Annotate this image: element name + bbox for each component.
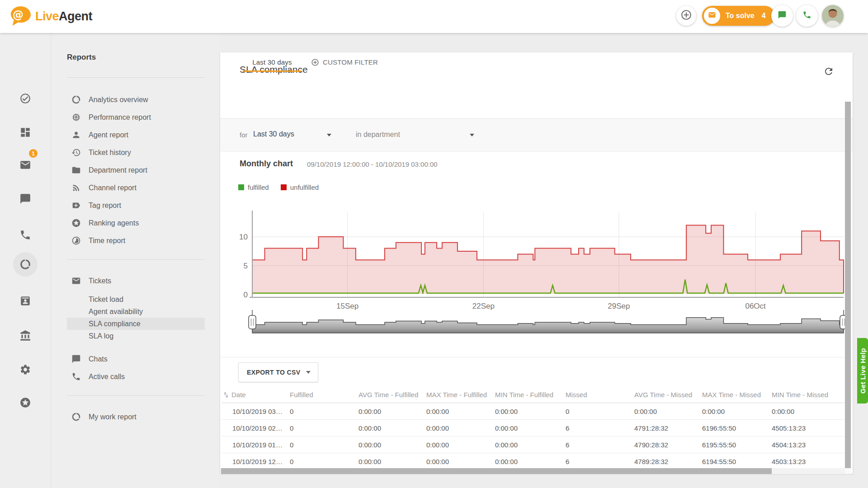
svg-text:15Sep: 15Sep [336, 302, 359, 310]
sidebar-item-sla-compliance[interactable]: SLA compliance [67, 318, 205, 330]
vertical-scrollbar-thumb[interactable] [845, 102, 851, 474]
chevron-down-icon[interactable] [470, 134, 474, 136]
table-header-cell[interactable]: Fulfilled [290, 391, 359, 399]
sidebar-item-time-report[interactable]: Time report [67, 232, 205, 249]
rail-item-phone[interactable] [19, 229, 31, 241]
sidebar-item-ticket-load[interactable]: Ticket load [67, 293, 205, 305]
phone-icon [19, 229, 31, 241]
table-cell: 0:00:00 [772, 408, 845, 415]
table-cell: 4505:13:23 [772, 424, 845, 432]
sidebar-item-label: My work report [89, 413, 137, 421]
active-tab-underline [243, 70, 302, 72]
divider [220, 357, 853, 357]
sla-compliance-panel: SLA compliance Last 30 days CUSTOM FILTE… [220, 52, 853, 474]
chart-title: Monthly chart [240, 159, 293, 169]
to-solve-button[interactable]: To solve 4 [702, 6, 775, 26]
dashboard-icon [19, 127, 31, 138]
refresh-button[interactable] [823, 66, 836, 79]
sidebar-item-department-report[interactable]: Department report [67, 161, 205, 179]
table-header-cell[interactable]: MIN Time - Fulfilled [495, 391, 566, 399]
table-row[interactable]: 10/10/2019 02…00:00:000:00:000:00:006479… [222, 420, 845, 436]
table-row[interactable]: 10/10/2019 12…00:00:000:00:000:00:006478… [222, 453, 845, 470]
sidebar-item-tag-report[interactable]: Tag report [67, 197, 205, 214]
rail-item-check-circle[interactable] [19, 93, 31, 104]
table-cell: 0:00:00 [495, 441, 566, 449]
calls-status-button[interactable] [796, 5, 818, 27]
sidebar-item-label: Agent availability [89, 308, 143, 316]
table-cell: 6194:55:50 [702, 458, 772, 465]
sidebar-item-channel-report[interactable]: Channel report [67, 179, 205, 197]
plus-circle-icon [311, 58, 319, 66]
date-range-select[interactable]: Last 30 days [253, 130, 294, 138]
table-header-cell[interactable]: MIN Time - Missed [772, 391, 845, 399]
svg-text:22Sep: 22Sep [472, 302, 495, 310]
sidebar-item-analytics-overview[interactable]: Analytics overview [67, 91, 205, 108]
gear-icon [19, 364, 31, 375]
user-avatar[interactable] [822, 5, 844, 27]
table-cell: 0:00:00 [359, 424, 426, 432]
unread-badge: 1 [28, 148, 38, 159]
rail-item-gear[interactable] [19, 364, 31, 375]
export-label: EXPORT TO CSV [247, 369, 301, 376]
sidebar-item-label: Chats [89, 355, 108, 363]
donut-icon [19, 258, 31, 270]
table-header-cell[interactable]: AVG Time - Missed [634, 391, 702, 399]
add-button[interactable] [676, 6, 696, 26]
horizontal-scrollbar-thumb[interactable] [221, 468, 772, 474]
minimap-handle-left[interactable] [249, 310, 256, 329]
rail-item-dashboard[interactable] [19, 127, 31, 138]
donut-icon [71, 412, 82, 422]
sla-chart[interactable]: 051015Sep22Sep29Sep06Oct [229, 202, 847, 337]
table-header-cell[interactable]: AVG Time - Fulfilled [359, 391, 426, 399]
rail-item-chat[interactable] [19, 193, 31, 205]
table-cell: 0:00:00 [359, 441, 426, 449]
table-header-cell[interactable]: MAX Time - Missed [702, 391, 772, 399]
legend-label: fulfilled [248, 183, 269, 191]
history-icon [71, 147, 82, 158]
sidebar-item-ticket-history[interactable]: Ticket history [67, 144, 205, 161]
sidebar-item-performance-report[interactable]: Performance report [67, 108, 205, 126]
reports-sidebar: Reports Analytics overviewPerformance re… [51, 33, 220, 488]
sidebar-item-active-calls[interactable]: Active calls [67, 368, 205, 385]
sidebar-item-agent-availability[interactable]: Agent availability [67, 305, 205, 318]
sidebar-item-chats[interactable]: Chats [67, 350, 205, 368]
rail-item-donut[interactable] [19, 258, 31, 270]
table-cell: 0:00:00 [359, 408, 426, 415]
sidebar-item-sla-log[interactable]: SLA log [67, 330, 205, 342]
chevron-down-icon[interactable] [327, 134, 331, 136]
rail-item-contact-card[interactable] [19, 295, 31, 307]
table-header-cell[interactable]: Date [222, 391, 290, 399]
table-row[interactable]: 10/10/2019 03…00:00:000:00:000:00:0000:0… [222, 403, 845, 420]
rail-item-star-circle[interactable] [19, 397, 31, 408]
tab-custom-filter[interactable]: CUSTOM FILTER [308, 52, 381, 72]
for-label: for [240, 131, 248, 139]
chats-status-button[interactable] [771, 5, 793, 27]
department-select[interactable]: in department [356, 131, 400, 139]
rail-item-mail[interactable] [19, 159, 31, 171]
sidebar-item-agent-report[interactable]: Agent report [67, 126, 205, 144]
table-header-cell[interactable]: MAX Time - Fulfilled [426, 391, 495, 399]
table-cell: 4789:28:32 [634, 458, 702, 465]
check-circle-icon [19, 93, 31, 104]
rail-item-bank[interactable] [19, 330, 31, 342]
table-cell: 0 [566, 408, 634, 415]
export-to-csv-button[interactable]: EXPORT TO CSV [238, 362, 318, 382]
chart-minimap-scroller[interactable] [249, 310, 847, 333]
tab-last-30-days[interactable]: Last 30 days [243, 52, 302, 72]
table-cell: 6 [566, 424, 634, 432]
sidebar-item-tickets[interactable]: Tickets [67, 272, 205, 290]
sidebar-item-my-work-report[interactable]: My work report [67, 408, 205, 426]
table-header-cell[interactable]: Missed [566, 391, 634, 399]
svg-text:5: 5 [244, 262, 248, 270]
sort-icon[interactable] [222, 391, 230, 399]
envelope-badge [704, 8, 720, 24]
sidebar-item-label: SLA compliance [89, 320, 141, 328]
table-row[interactable]: 10/10/2019 01…00:00:000:00:000:00:006479… [222, 436, 845, 453]
get-live-help-button[interactable]: Get Live Help [857, 338, 868, 404]
legend-label: unfulfilled [290, 183, 319, 191]
tab-label: CUSTOM FILTER [323, 58, 378, 66]
sidebar-item-ranking-agents[interactable]: Ranking agents [67, 214, 205, 232]
horizontal-scrollbar[interactable] [220, 468, 851, 474]
vertical-scrollbar[interactable] [845, 102, 851, 474]
table-header-row: DateFulfilledAVG Time - FulfilledMAX Tim… [222, 387, 845, 403]
